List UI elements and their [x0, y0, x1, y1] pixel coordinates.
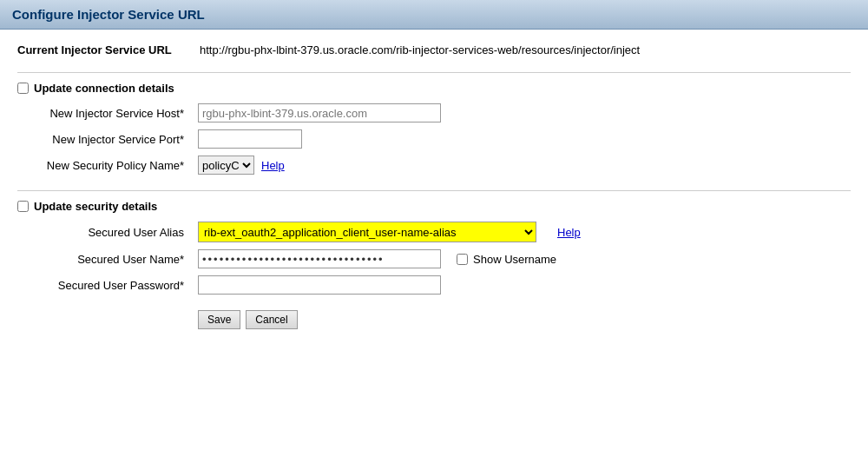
port-label: New Injector Service Port* — [17, 133, 191, 146]
show-username-checkbox[interactable] — [457, 254, 468, 265]
show-username-container: Show Username — [457, 253, 556, 266]
divider-2 — [17, 190, 851, 191]
save-button[interactable]: Save — [198, 310, 240, 329]
update-connection-checkbox[interactable] — [17, 83, 29, 94]
current-url-row: Current Injector Service URL http://rgbu… — [17, 43, 851, 56]
username-input[interactable] — [198, 249, 441, 268]
alias-row: Secured User Alias rib-ext_oauth2_applic… — [17, 222, 851, 242]
password-row: Secured User Password* — [17, 275, 851, 295]
update-security-header: Update security details — [17, 200, 851, 213]
show-username-label: Show Username — [473, 253, 556, 266]
alias-select[interactable]: rib-ext_oauth2_application_client_user-n… — [198, 222, 536, 242]
page-title: Configure Injector Service URL — [12, 7, 856, 22]
policy-label: New Security Policy Name* — [17, 159, 191, 172]
update-security-label: Update security details — [34, 200, 157, 213]
security-help-link[interactable]: Help — [557, 226, 581, 239]
update-connection-label: Update connection details — [34, 82, 174, 95]
update-connection-header: Update connection details — [17, 82, 851, 95]
username-row: Secured User Name* Show Username — [17, 249, 851, 268]
policy-row: New Security Policy Name* policyC policy… — [17, 156, 851, 175]
divider-1 — [17, 72, 851, 73]
current-url-value: http://rgbu-phx-lbint-379.us.oracle.com/… — [200, 43, 640, 56]
update-security-section: Update security details Secured User Ali… — [17, 200, 851, 295]
username-label: Secured User Name* — [17, 253, 191, 266]
alias-label: Secured User Alias — [17, 226, 191, 239]
policy-select[interactable]: policyC policyA policyB — [198, 156, 254, 175]
port-input[interactable] — [198, 129, 302, 149]
host-row: New Injector Service Host* — [17, 103, 851, 122]
page-header: Configure Injector Service URL — [0, 0, 868, 30]
button-row: Save Cancel — [198, 310, 851, 329]
host-input[interactable] — [198, 103, 441, 122]
connection-help-link[interactable]: Help — [261, 159, 285, 172]
main-content: Current Injector Service URL http://rgbu… — [0, 30, 868, 343]
password-input[interactable] — [198, 275, 441, 295]
current-url-label: Current Injector Service URL — [17, 43, 191, 56]
port-row: New Injector Service Port* — [17, 129, 851, 149]
cancel-button[interactable]: Cancel — [246, 310, 297, 329]
update-security-checkbox[interactable] — [17, 201, 29, 212]
host-label: New Injector Service Host* — [17, 107, 191, 120]
update-connection-section: Update connection details New Injector S… — [17, 82, 851, 175]
password-label: Secured User Password* — [17, 279, 191, 292]
